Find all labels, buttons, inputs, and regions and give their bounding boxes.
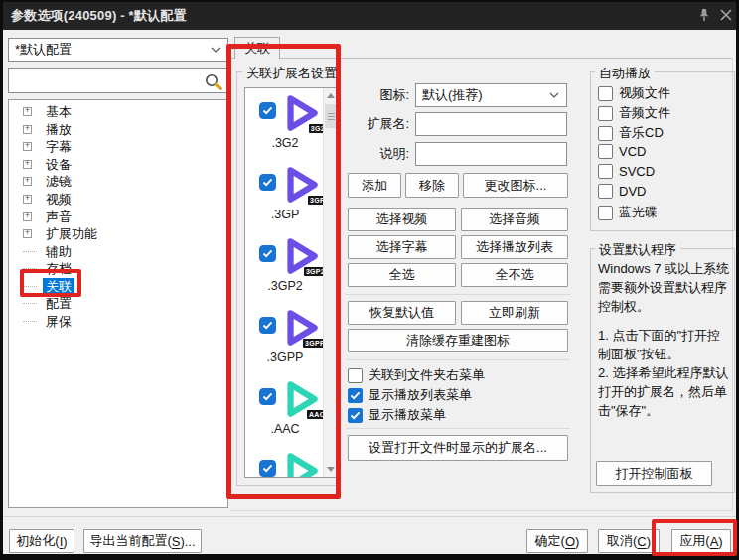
checkbox[interactable] [259,174,276,191]
checkbox[interactable] [259,245,276,262]
tree-item-assist[interactable]: 辅助 [9,243,227,260]
select-all-button[interactable]: 全选 [348,263,456,287]
checkbox[interactable] [259,388,276,405]
restore-defaults-button[interactable]: 恢复默认值 [348,301,456,325]
tree-item-label: 关联 [43,278,74,296]
select-none-button[interactable]: 全不选 [461,263,568,287]
play-icon: 3GPP [278,305,324,350]
list-item[interactable]: 3GPP .3GPP [245,305,325,374]
list-item[interactable]: AAC .AAC [245,376,325,446]
checkbox-music-cd[interactable]: 音乐CD [598,124,664,142]
expand-icon[interactable] [23,160,32,169]
expand-icon[interactable] [23,142,32,151]
list-item[interactable]: 3GP2 .3GP2 [245,233,325,303]
extension-name-input[interactable] [416,113,566,135]
search-icon[interactable] [204,72,222,90]
cancel-button[interactable]: 取消(C) [598,529,660,553]
tree-item-extensions[interactable]: 扩展功能 [9,225,227,242]
tree-item-label: 屏保 [43,313,74,331]
checkbox[interactable] [598,86,613,101]
tree-item-archive[interactable]: 存档 [9,260,227,277]
tree-item-video[interactable]: 视频 [9,191,227,208]
play-icon: 3GP2 [278,233,324,279]
tree-item-device[interactable]: 设备 [9,156,227,173]
checkbox[interactable] [598,206,613,220]
checkbox-show-playlist-menu[interactable]: 显示播放列表菜单 [348,386,472,404]
checkbox-svcd[interactable]: SVCD [598,164,655,179]
checkbox-folder-context-menu[interactable]: 关联到文件夹右菜单 [348,366,485,384]
tree-item-screensaver[interactable]: 屏保 [9,313,227,330]
close-icon[interactable] [717,6,735,24]
expand-icon[interactable] [23,229,32,238]
expand-icon[interactable] [23,195,32,204]
select-playlist-button[interactable]: 选择播放列表 [461,235,568,259]
checkbox-label: SVCD [619,164,655,179]
expand-icon[interactable] [23,125,32,134]
refresh-now-button[interactable]: 立即刷新 [461,301,568,325]
scrollbar-thumb[interactable] [325,104,337,128]
tab-association[interactable]: 关联 [234,37,280,59]
list-item[interactable]: 3GP .3GP [245,162,325,231]
checkbox-dvd[interactable]: DVD [598,184,646,199]
expand-icon[interactable] [23,107,32,116]
checkbox[interactable] [598,106,613,121]
init-button[interactable]: 初始化(I) [9,529,74,553]
open-control-panel-button[interactable]: 打开控制面板 [596,461,712,486]
scroll-up-icon[interactable] [324,88,338,103]
change-icon-button[interactable]: 更改图标... [463,173,568,198]
tree-item-basic[interactable]: 基本 [9,103,227,120]
checkbox[interactable] [348,368,363,383]
tree-item-filter[interactable]: 滤镜 [9,173,227,190]
extension-name-label: 扩展名: [348,112,409,136]
checkbox[interactable] [348,388,363,403]
rebuild-icon-cache-button[interactable]: 清除缓存重建图标 [348,329,568,352]
config-preset-select[interactable]: *默认配置 [8,38,228,62]
scrollbar[interactable] [323,88,338,477]
tree-item-label: 声音 [43,209,74,226]
expand-icon[interactable] [23,177,32,186]
description-input[interactable] [416,143,566,165]
checkbox[interactable] [598,184,613,199]
icon-style-select[interactable]: 默认(推荐) [415,83,567,107]
checkbox[interactable] [598,126,613,141]
checkbox[interactable] [259,460,276,477]
select-subtitle-button[interactable]: 选择字幕 [348,235,456,259]
tree-item-subtitles[interactable]: 字幕 [9,138,227,155]
checkbox[interactable] [598,164,613,179]
checkbox[interactable] [259,102,276,119]
select-audio-button[interactable]: 选择音频 [461,208,568,231]
remove-button[interactable]: 移除 [405,173,459,198]
checkbox-audio-files[interactable]: 音频文件 [598,104,670,122]
list-item[interactable]: 3G2 .3G2 [245,90,325,160]
scroll-down-icon[interactable] [324,462,338,477]
search-input[interactable] [9,69,227,92]
tree-item-audio[interactable]: 声音 [9,209,227,225]
checkbox-label: 显示播放菜单 [369,406,446,424]
checkbox[interactable] [348,408,363,423]
pin-icon[interactable] [695,6,713,24]
set-open-extensions-button[interactable]: 设置打开文件时显示的扩展名... [348,435,568,461]
expand-icon[interactable] [23,212,32,221]
tree-item-label: 存档 [43,260,74,278]
checkbox-bluray[interactable]: 蓝光碟 [598,204,658,221]
checkbox-video-files[interactable]: 视频文件 [598,84,670,102]
tree-item-label: 字幕 [43,138,74,156]
select-video-button[interactable]: 选择视频 [348,208,456,231]
export-config-button[interactable]: 导出当前配置(S)... [83,529,202,553]
tree-item-label: 基本 [43,103,74,121]
list-item[interactable] [245,448,325,478]
checkbox[interactable] [598,144,613,159]
extension-list[interactable]: 3G2 .3G2 3GP .3GP 3GP2 .3GP2 3GPP .3GPP … [244,87,339,478]
tree-item-playback[interactable]: 播放 [9,121,227,138]
checkbox-vcd[interactable]: VCD [598,144,646,159]
apply-button[interactable]: 应用(A) [671,529,731,553]
play-icon [278,448,324,478]
checkbox[interactable] [259,317,276,334]
tree-item-association[interactable]: 关联 [9,278,227,295]
checkbox-label: 音乐CD [619,124,664,142]
add-button[interactable]: 添加 [348,173,401,198]
ok-button[interactable]: 确定(O) [526,529,588,553]
tab-label: 关联 [244,40,270,58]
checkbox-show-play-menu[interactable]: 显示播放菜单 [348,406,446,424]
tree-item-config[interactable]: 配置 [9,295,227,312]
